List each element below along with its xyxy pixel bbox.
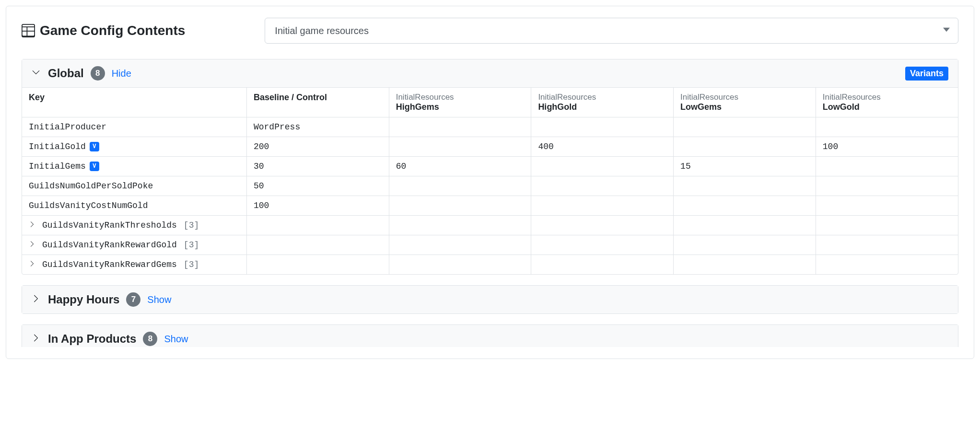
variant-cell xyxy=(531,235,674,255)
panel-title-group: Game Config Contents xyxy=(22,23,185,38)
variant-cell xyxy=(816,255,958,275)
variant-cell xyxy=(674,117,816,137)
section-happy-hours: Happy Hours 7 Show xyxy=(22,285,958,314)
variant-cell xyxy=(389,137,531,157)
baseline-cell xyxy=(246,235,389,255)
section-iap-header[interactable]: In App Products 8 Show xyxy=(22,325,958,347)
row-key: GuildsVanityRankRewardGold xyxy=(42,240,177,250)
section-global-toggle[interactable]: Hide xyxy=(112,68,131,79)
chevron-right-icon xyxy=(29,220,35,230)
row-key: GuildsVanityCostNumGold xyxy=(29,201,148,210)
chevron-right-icon xyxy=(32,294,41,305)
row-bracket-count: [3] xyxy=(184,260,199,269)
row-key: GuildsVanityRankRewardGems xyxy=(42,260,177,269)
section-iap-count: 8 xyxy=(143,332,157,346)
variant-cell xyxy=(674,235,816,255)
variant-cell xyxy=(816,157,958,176)
variant-cell: 15 xyxy=(674,157,816,176)
variant-cell xyxy=(674,216,816,235)
variant-cell xyxy=(389,235,531,255)
variant-cell xyxy=(674,255,816,275)
row-key: InitialProducer xyxy=(29,122,106,132)
variant-cell xyxy=(531,216,674,235)
panel-title: Game Config Contents xyxy=(40,23,185,38)
variants-badge: Variants xyxy=(905,67,948,81)
chevron-right-icon xyxy=(32,334,41,344)
panel-header: Game Config Contents Initial game resour… xyxy=(22,18,958,44)
variant-cell xyxy=(674,196,816,216)
table-row: GuildsVanityRankRewardGold[3] xyxy=(22,235,958,255)
col-baseline: Baseline / Control xyxy=(246,88,389,117)
row-key: GuildsVanityRankThresholds xyxy=(42,220,177,230)
row-bracket-count: [3] xyxy=(184,240,199,250)
variant-cell xyxy=(674,176,816,196)
row-key: InitialGold xyxy=(29,142,86,151)
variant-cell xyxy=(389,255,531,275)
section-happy-toggle[interactable]: Show xyxy=(147,294,171,305)
key-cell[interactable]: GuildsVanityRankRewardGems[3] xyxy=(22,255,246,275)
chevron-right-icon xyxy=(29,240,35,250)
key-cell: InitialProducer xyxy=(22,117,246,137)
col-lowgold: InitialResources LowGold xyxy=(816,88,958,117)
variant-cell: 400 xyxy=(531,137,674,157)
variant-cell xyxy=(816,196,958,216)
table-row: GuildsNumGoldPerSoldPoke50 xyxy=(22,176,958,196)
variant-cell xyxy=(816,176,958,196)
table-row: InitialGoldV200400100 xyxy=(22,137,958,157)
section-happy-header[interactable]: Happy Hours 7 Show xyxy=(22,286,958,313)
variant-badge-icon: V xyxy=(90,142,99,151)
table-row: InitialProducerWordPress xyxy=(22,117,958,137)
table-row: InitialGemsV306015 xyxy=(22,157,958,176)
section-iap-toggle[interactable]: Show xyxy=(164,334,188,345)
variant-cell xyxy=(674,137,816,157)
row-key: InitialGems xyxy=(29,162,86,171)
section-happy-title: Happy Hours xyxy=(48,293,119,306)
key-cell: GuildsNumGoldPerSoldPoke xyxy=(22,176,246,196)
baseline-cell xyxy=(246,216,389,235)
table-icon xyxy=(22,24,35,37)
section-happy-count: 7 xyxy=(126,292,140,307)
variant-cell xyxy=(389,196,531,216)
key-cell[interactable]: GuildsVanityRankThresholds[3] xyxy=(22,216,246,235)
variant-cell xyxy=(531,117,674,137)
table-row: GuildsVanityCostNumGold100 xyxy=(22,196,958,216)
section-in-app-products: In App Products 8 Show xyxy=(22,324,958,347)
variant-cell xyxy=(389,176,531,196)
section-global-title: Global xyxy=(48,67,84,80)
resource-select[interactable]: Initial game resources xyxy=(265,18,958,44)
table-row: GuildsVanityRankThresholds[3] xyxy=(22,216,958,235)
table-header-row: Key Baseline / Control InitialResources … xyxy=(22,88,958,117)
col-lowgems: InitialResources LowGems xyxy=(674,88,816,117)
variant-cell xyxy=(531,157,674,176)
section-global-count: 8 xyxy=(91,66,105,81)
variant-cell xyxy=(531,176,674,196)
baseline-cell: 30 xyxy=(246,157,389,176)
baseline-cell: 200 xyxy=(246,137,389,157)
variant-cell xyxy=(389,216,531,235)
variant-cell xyxy=(816,117,958,137)
section-iap-title: In App Products xyxy=(48,332,136,346)
col-key: Key xyxy=(22,88,246,117)
key-cell: GuildsVanityCostNumGold xyxy=(22,196,246,216)
key-cell[interactable]: GuildsVanityRankRewardGold[3] xyxy=(22,235,246,255)
col-highgems: InitialResources HighGems xyxy=(389,88,531,117)
chevron-down-icon xyxy=(32,68,41,79)
variant-cell xyxy=(816,216,958,235)
global-table: Key Baseline / Control InitialResources … xyxy=(22,88,958,274)
chevron-right-icon xyxy=(29,260,35,269)
variant-cell: 100 xyxy=(816,137,958,157)
variant-cell xyxy=(531,196,674,216)
row-bracket-count: [3] xyxy=(184,220,199,230)
section-global-header[interactable]: Global 8 Hide Variants xyxy=(22,59,958,88)
row-key: GuildsNumGoldPerSoldPoke xyxy=(29,181,153,191)
key-cell: InitialGemsV xyxy=(22,157,246,176)
variant-cell xyxy=(816,235,958,255)
caret-down-icon xyxy=(943,26,950,35)
baseline-cell: WordPress xyxy=(246,117,389,137)
baseline-cell xyxy=(246,255,389,275)
table-row: GuildsVanityRankRewardGems[3] xyxy=(22,255,958,275)
resource-select-value: Initial game resources xyxy=(265,18,958,44)
section-global: Global 8 Hide Variants Key Baseline / Co… xyxy=(22,59,958,275)
baseline-cell: 50 xyxy=(246,176,389,196)
game-config-panel: Game Config Contents Initial game resour… xyxy=(6,6,974,359)
